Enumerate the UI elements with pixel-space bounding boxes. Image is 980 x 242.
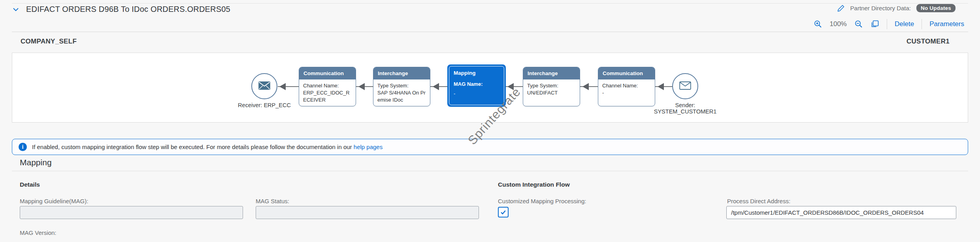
communication-node-sender-side[interactable]: Communication Channel Name: - <box>598 67 655 106</box>
zoom-out-icon[interactable] <box>854 20 863 28</box>
node-field-label: Channel Name: <box>602 82 651 89</box>
node-title: Interchange <box>523 67 580 79</box>
interchange-node-sap[interactable]: Interchange Type System: SAP S/4HANA On … <box>373 67 430 106</box>
help-pages-link[interactable]: help pages <box>354 144 383 150</box>
info-message-text: If enabled, custom mapping integration f… <box>32 144 383 150</box>
no-updates-badge: No Updates <box>916 4 956 12</box>
receiver-node[interactable] <box>251 73 277 99</box>
arrowhead-to-communication-2 <box>658 83 664 90</box>
interchange-node-edifact[interactable]: Interchange Type System: UN/EDIFACT <box>523 67 580 106</box>
process-direct-address-input[interactable] <box>726 206 956 219</box>
custom-integration-flow-heading: Custom Integration Flow <box>498 181 570 188</box>
mapping-node-selected[interactable]: Mapping MAG Name: - <box>447 64 506 107</box>
envelope-filled-icon <box>258 81 270 91</box>
page: EDIFACT ORDERS D96B To IDoc ORDERS.ORDER… <box>0 0 980 242</box>
diagram-toolbar: 100% Delete Parameters <box>814 19 965 29</box>
process-direct-address-label: Process Direct Address: <box>727 198 790 204</box>
flow-diagram-canvas: Receiver: ERP_ECC Communication Channel … <box>12 53 968 123</box>
edit-pencil-icon[interactable] <box>837 4 845 12</box>
sender-node[interactable] <box>672 73 698 99</box>
customized-mapping-checkbox[interactable] <box>498 207 509 217</box>
node-field-label: Type System: <box>527 82 576 89</box>
mag-status-input <box>256 206 479 219</box>
node-title: Mapping <box>448 65 505 78</box>
arrowhead-to-communication-1 <box>358 83 365 90</box>
communication-node-receiver-side[interactable]: Communication Channel Name: ERP_ECC_IDOC… <box>299 67 356 106</box>
toolbar-divider <box>12 32 968 32</box>
toolbar-separator <box>887 19 887 29</box>
node-field-label: Type System: <box>377 82 426 89</box>
node-title: Interchange <box>373 67 430 79</box>
arrowhead-to-mapping <box>507 83 514 90</box>
toolbar-separator <box>922 19 922 29</box>
customized-mapping-processing-label: Customized Mapping Processing: <box>498 198 586 204</box>
company-self-label: COMPANY_SELF <box>21 38 77 45</box>
customer1-label: CUSTOMER1 <box>906 38 950 45</box>
arrowhead-to-receiver <box>279 83 286 90</box>
mag-input <box>20 206 243 219</box>
node-title: Communication <box>299 67 356 79</box>
details-heading: Details <box>20 181 40 188</box>
node-field-value: SAP S/4HANA On Premise IDoc <box>377 89 426 104</box>
node-field-value: - <box>602 89 651 96</box>
info-message-strip: i If enabled, custom mapping integration… <box>12 139 968 155</box>
mapping-section-title: Mapping <box>20 158 52 167</box>
section-divider <box>12 171 968 171</box>
info-icon: i <box>19 143 27 151</box>
partner-directory-label: Partner Directory Data: <box>850 5 911 11</box>
chevron-down-icon[interactable] <box>12 6 20 13</box>
zoom-level: 100% <box>830 20 847 28</box>
parameters-button[interactable]: Parameters <box>929 20 964 28</box>
page-title: EDIFACT ORDERS D96B To IDoc ORDERS.ORDER… <box>26 5 230 14</box>
header-row: EDIFACT ORDERS D96B To IDoc ORDERS.ORDER… <box>12 5 230 14</box>
delete-button[interactable]: Delete <box>895 20 914 28</box>
arrowhead-to-interchange-1 <box>433 83 439 90</box>
arrowhead-to-interchange-2 <box>582 83 589 90</box>
envelope-outline-icon <box>679 81 691 91</box>
node-field-label: MAG Name: <box>454 81 499 88</box>
sender-label: Sender: SYSTEM_CUSTOMER1 <box>646 102 725 115</box>
mag-status-label: MAG Status: <box>256 198 289 204</box>
top-divider <box>12 3 968 4</box>
node-field-value: UN/EDIFACT <box>527 89 576 96</box>
copy-diagram-icon[interactable] <box>871 20 879 28</box>
node-field-value: ERP_ECC_IDOC_RECEIVER <box>303 89 352 104</box>
mag-label: Mapping Guideline(MAG): <box>20 198 88 204</box>
node-title: Communication <box>598 67 655 79</box>
zoom-in-icon[interactable] <box>814 20 822 28</box>
receiver-label: Receiver: ERP_ECC <box>231 102 298 108</box>
node-field-value: - <box>454 90 499 97</box>
mag-version-label: MAG Version: <box>20 229 57 236</box>
partner-directory-row: Partner Directory Data: No Updates <box>837 4 956 12</box>
node-field-label: Channel Name: <box>303 82 352 89</box>
